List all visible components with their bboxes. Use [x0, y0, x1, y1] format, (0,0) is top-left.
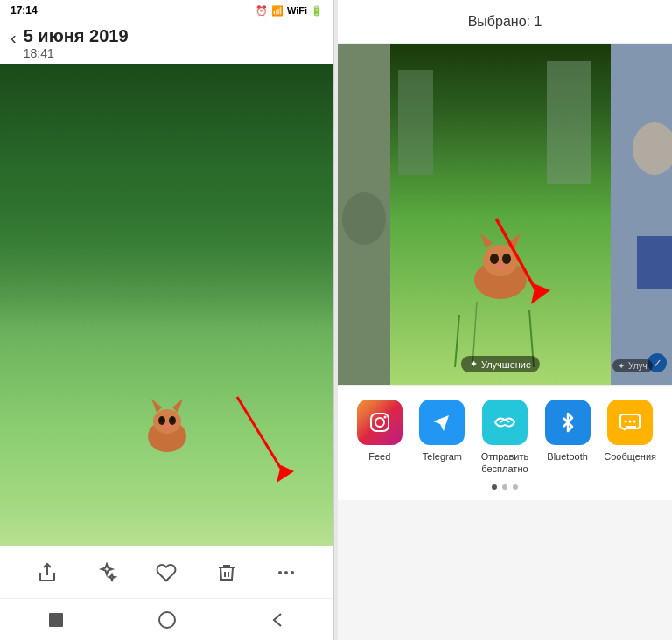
dots-indicator: [345, 476, 665, 493]
svg-marker-3: [172, 399, 183, 413]
strip-left-photo[interactable]: [338, 44, 390, 385]
status-bar: 17:14 ⏰ 📶 WiFi 🔋: [0, 0, 333, 21]
svg-rect-14: [49, 613, 63, 627]
svg-point-42: [629, 421, 632, 423]
share-messages[interactable]: Сообщения: [604, 400, 656, 463]
back-button[interactable]: ‹: [10, 28, 17, 48]
alarm-icon: ⏰: [256, 5, 268, 17]
svg-point-15: [159, 612, 175, 628]
bottom-toolbar: [0, 546, 333, 598]
svg-rect-34: [611, 44, 672, 385]
svg-point-12: [284, 571, 288, 574]
battery-icon: 🔋: [311, 5, 323, 17]
улучшение-badge-right[interactable]: ✦ Улуч: [612, 359, 653, 372]
trees-background: [0, 64, 333, 329]
svg-point-6: [160, 417, 164, 422]
header: ‹ 5 июня 2019 18:41: [0, 21, 333, 64]
date-block: 5 июня 2019 18:41: [24, 26, 129, 60]
photo-strip: ✦ Улучшение ✓ ✦ Улуч: [338, 44, 672, 385]
right-header: Выбрано: 1: [338, 0, 672, 44]
улучшение-label2: Улуч: [628, 361, 648, 371]
bluetooth-icon[interactable]: [545, 400, 591, 445]
dot-3: [513, 484, 518, 490]
svg-point-1: [153, 409, 181, 434]
улучшение-icon: ✦: [470, 358, 478, 370]
svg-point-11: [278, 571, 282, 574]
nav-home[interactable]: [153, 606, 181, 634]
send-free-label: Отправитьбесплатно: [481, 450, 529, 476]
status-icons: ⏰ 📶 WiFi 🔋: [256, 5, 323, 17]
red-arrow-left: [228, 388, 298, 493]
more-button[interactable]: [270, 557, 302, 588]
svg-point-13: [290, 571, 294, 574]
svg-marker-2: [151, 399, 162, 413]
main-photo: [0, 64, 333, 546]
selected-count: Выбрано: 1: [468, 14, 542, 30]
share-row: Feed Telegram Отправи: [345, 400, 665, 476]
svg-point-38: [375, 418, 384, 427]
header-date: 5 июня 2019: [24, 26, 129, 46]
share-panel: Feed Telegram Отправи: [338, 385, 672, 500]
strip-right-photo[interactable]: ✓ ✦ Улуч: [611, 44, 672, 385]
svg-line-9: [237, 397, 285, 476]
svg-rect-36: [637, 236, 672, 289]
svg-point-39: [383, 416, 386, 419]
sparkle-button[interactable]: [91, 557, 122, 588]
messages-icon[interactable]: [607, 400, 653, 445]
svg-point-17: [342, 192, 386, 245]
messages-label: Сообщения: [604, 450, 656, 463]
instagram-icon[interactable]: [357, 400, 402, 445]
svg-line-32: [496, 219, 540, 297]
улучшение-badge-main[interactable]: ✦ Улучшение: [461, 356, 540, 372]
wifi-icon: WiFi: [287, 5, 307, 16]
telegram-label: Telegram: [423, 450, 462, 463]
share-telegram[interactable]: Telegram: [416, 400, 468, 463]
nav-stop[interactable]: [42, 606, 70, 634]
улучшение-label: Улучшение: [481, 359, 531, 370]
svg-point-41: [625, 421, 627, 423]
svg-rect-20: [398, 70, 433, 175]
status-time: 17:14: [10, 4, 38, 17]
telegram-icon[interactable]: [419, 400, 465, 445]
strip-main-photo[interactable]: ✦ Улучшение: [390, 44, 611, 385]
cat-image: [132, 388, 202, 458]
share-instagram[interactable]: Feed: [354, 400, 406, 463]
bluetooth-label: Bluetooth: [547, 450, 587, 463]
svg-point-43: [634, 421, 636, 423]
send-free-icon[interactable]: [482, 400, 528, 445]
share-button[interactable]: [32, 557, 63, 588]
red-arrow-right: [479, 210, 557, 315]
delete-button[interactable]: [211, 557, 242, 588]
svg-point-8: [164, 424, 170, 428]
instagram-label: Feed: [368, 450, 390, 463]
nav-back[interactable]: [264, 606, 292, 634]
dot-2: [502, 484, 508, 490]
left-panel: 17:14 ⏰ 📶 WiFi 🔋 ‹ 5 июня 2019 18:41: [0, 0, 334, 640]
share-send-free[interactable]: Отправитьбесплатно: [479, 400, 531, 476]
svg-point-7: [171, 417, 174, 422]
right-panel: Выбрано: 1: [338, 0, 672, 640]
share-bluetooth[interactable]: Bluetooth: [542, 400, 594, 463]
nav-bar: [0, 598, 333, 640]
heart-button[interactable]: [150, 557, 182, 588]
header-time: 18:41: [24, 46, 129, 60]
улучшение-icon2: ✦: [618, 361, 625, 371]
dot-1: [492, 484, 497, 490]
svg-rect-21: [547, 61, 591, 184]
signal-icon: 📶: [271, 5, 284, 17]
